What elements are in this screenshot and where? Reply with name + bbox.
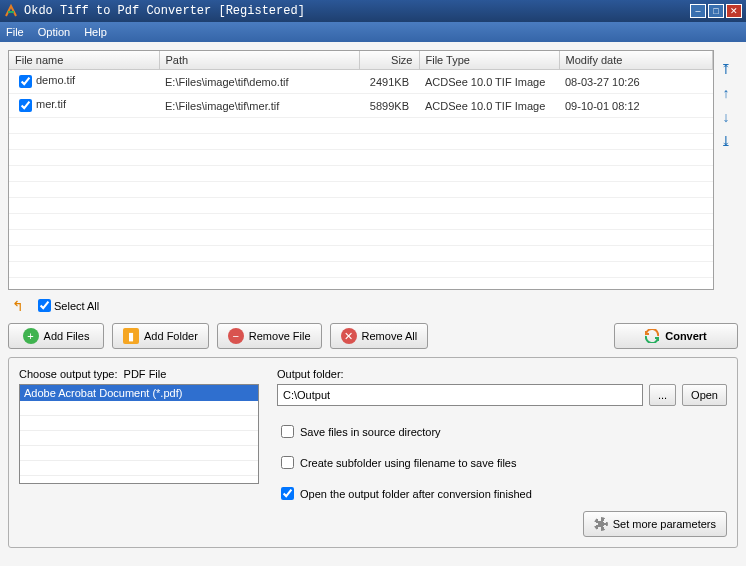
select-all-label: Select All	[54, 300, 99, 312]
col-date[interactable]: Modify date	[559, 51, 713, 70]
window-title: Okdo Tiff to Pdf Converter [Registered]	[24, 4, 688, 18]
file-list[interactable]: File name Path Size File Type Modify dat…	[8, 50, 714, 290]
open-after-label: Open the output folder after conversion …	[300, 488, 532, 500]
select-all-checkbox[interactable]	[38, 299, 51, 312]
titlebar: Okdo Tiff to Pdf Converter [Registered] …	[0, 0, 746, 22]
output-folder-label: Output folder:	[277, 368, 727, 380]
create-subfolder-checkbox[interactable]	[281, 456, 294, 469]
create-subfolder-label: Create subfolder using filename to save …	[300, 457, 516, 469]
set-more-parameters-button[interactable]: Set more parameters	[583, 511, 727, 537]
plus-icon: +	[23, 328, 39, 344]
convert-button[interactable]: Convert	[614, 323, 738, 349]
remove-file-button[interactable]: − Remove File	[217, 323, 322, 349]
open-folder-button[interactable]: Open	[682, 384, 727, 406]
maximize-button[interactable]: □	[708, 4, 724, 18]
menu-file[interactable]: File	[6, 26, 24, 38]
open-after-checkbox[interactable]	[281, 487, 294, 500]
browse-button[interactable]: ...	[649, 384, 676, 406]
col-size[interactable]: Size	[359, 51, 419, 70]
menu-help[interactable]: Help	[84, 26, 107, 38]
add-files-button[interactable]: + Add Files	[8, 323, 104, 349]
menu-option[interactable]: Option	[38, 26, 70, 38]
table-row[interactable]: demo.tifE:\Files\image\tif\demo.tif2491K…	[9, 70, 713, 94]
content-area: File name Path Size File Type Modify dat…	[0, 42, 746, 566]
output-type-option[interactable]: Adobe Acrobat Document (*.pdf)	[20, 385, 258, 401]
close-button[interactable]: ✕	[726, 4, 742, 18]
move-up-button[interactable]: ↑	[717, 84, 735, 102]
x-icon: ✕	[341, 328, 357, 344]
menubar: File Option Help	[0, 22, 746, 42]
reorder-buttons: ⤒ ↑ ↓ ⤓	[714, 50, 738, 290]
parent-folder-icon[interactable]: ↰	[12, 298, 24, 314]
col-type[interactable]: File Type	[419, 51, 559, 70]
convert-icon	[645, 329, 659, 343]
folder-icon: ▮	[123, 328, 139, 344]
gear-icon	[594, 517, 608, 531]
app-icon	[4, 4, 18, 18]
save-in-source-checkbox[interactable]	[281, 425, 294, 438]
save-in-source-label: Save files in source directory	[300, 426, 441, 438]
output-panel: Choose output type: PDF File Adobe Acrob…	[8, 357, 738, 548]
move-bottom-button[interactable]: ⤓	[717, 132, 735, 150]
output-folder-input[interactable]	[277, 384, 643, 406]
add-folder-button[interactable]: ▮ Add Folder	[112, 323, 209, 349]
output-type-list[interactable]: Adobe Acrobat Document (*.pdf)	[19, 384, 259, 484]
move-down-button[interactable]: ↓	[717, 108, 735, 126]
minus-icon: −	[228, 328, 244, 344]
output-type-current: PDF File	[124, 368, 167, 380]
row-checkbox[interactable]	[19, 99, 32, 112]
col-filename[interactable]: File name	[9, 51, 159, 70]
output-type-label: Choose output type:	[19, 368, 117, 380]
minimize-button[interactable]: –	[690, 4, 706, 18]
app-window: Okdo Tiff to Pdf Converter [Registered] …	[0, 0, 746, 566]
move-top-button[interactable]: ⤒	[717, 60, 735, 78]
remove-all-button[interactable]: ✕ Remove All	[330, 323, 429, 349]
table-row[interactable]: mer.tifE:\Files\image\tif\mer.tif5899KBA…	[9, 94, 713, 118]
row-checkbox[interactable]	[19, 75, 32, 88]
col-path[interactable]: Path	[159, 51, 359, 70]
